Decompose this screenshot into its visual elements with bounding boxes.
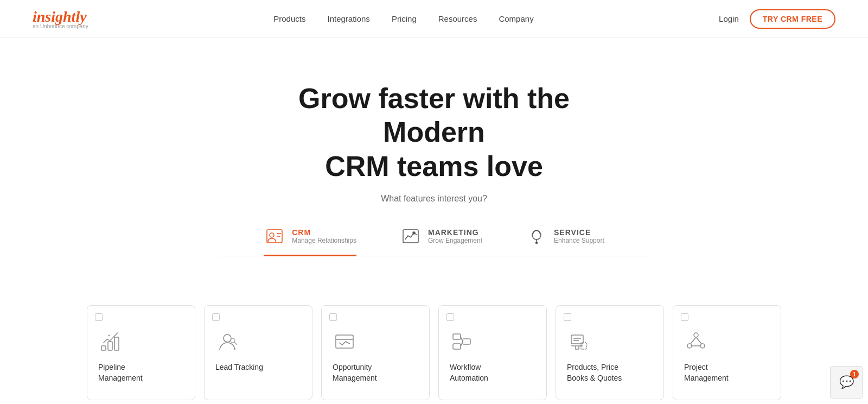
crm-icon xyxy=(264,225,285,247)
nav-company[interactable]: Company xyxy=(499,14,533,23)
workflow-label: Workflow Automation xyxy=(450,362,488,383)
nav-products[interactable]: Products xyxy=(273,14,305,23)
svg-point-11 xyxy=(224,334,231,342)
hero-section: Grow faster with the Modern CRM teams lo… xyxy=(0,38,868,300)
marketing-tab-label: MARKETING Grow Engagement xyxy=(428,228,482,244)
pipeline-checkbox[interactable] xyxy=(95,313,103,321)
svg-point-28 xyxy=(700,344,705,348)
hero-subtext: What features interest you? xyxy=(11,194,857,204)
workflow-icon xyxy=(450,330,474,354)
navbar: insightly an Unbounce company Products I… xyxy=(0,0,868,38)
crm-tab-label: CRM Manage Relationships xyxy=(292,228,356,244)
feature-products[interactable]: Products, Price Books & Quotes xyxy=(556,305,664,400)
project-label: Project Management xyxy=(684,362,729,383)
opportunity-checkbox[interactable] xyxy=(329,313,337,321)
lead-icon xyxy=(215,330,239,354)
logo[interactable]: insightly xyxy=(33,8,87,25)
feature-pipeline[interactable]: Pipeline Management xyxy=(87,305,195,400)
pipeline-label: Pipeline Management xyxy=(98,362,143,383)
logo-area: insightly an Unbounce company xyxy=(33,8,88,29)
workflow-checkbox[interactable] xyxy=(446,313,454,321)
products-label: Products, Price Books & Quotes xyxy=(567,362,622,383)
nav-links: Products Integrations Pricing Resources … xyxy=(273,14,533,23)
feature-cards: Pipeline Management Lead Tracking xyxy=(0,300,868,404)
logo-subtitle: an Unbounce company xyxy=(33,23,88,29)
svg-line-29 xyxy=(691,337,696,344)
svg-rect-9 xyxy=(108,342,112,350)
svg-rect-10 xyxy=(114,337,119,350)
service-icon xyxy=(526,225,547,247)
feature-lead[interactable]: Lead Tracking xyxy=(204,305,312,400)
service-tab-label: SERVICE Enhance Support xyxy=(554,228,604,244)
hero-heading: Grow faster with the Modern CRM teams lo… xyxy=(244,81,624,183)
opportunity-label: Opportunity Management xyxy=(333,362,377,383)
svg-rect-18 xyxy=(463,339,470,344)
login-link[interactable]: Login xyxy=(719,14,739,23)
nav-resources[interactable]: Resources xyxy=(438,14,477,23)
tab-crm[interactable]: CRM Manage Relationships xyxy=(264,225,356,256)
products-checkbox[interactable] xyxy=(564,313,571,321)
svg-point-12 xyxy=(231,338,235,343)
svg-rect-21 xyxy=(571,335,583,344)
project-icon xyxy=(684,330,708,354)
tab-service[interactable]: SERVICE Enhance Support xyxy=(526,225,604,256)
category-tabs: CRM Manage Relationships MARKETING Grow … xyxy=(217,225,651,256)
svg-rect-17 xyxy=(453,344,461,349)
svg-line-30 xyxy=(696,337,701,344)
nav-pricing[interactable]: Pricing xyxy=(392,14,417,23)
opportunity-icon xyxy=(333,330,356,354)
nav-integrations[interactable]: Integrations xyxy=(327,14,369,23)
feature-workflow[interactable]: Workflow Automation xyxy=(438,305,547,400)
svg-point-26 xyxy=(694,333,698,337)
svg-line-19 xyxy=(461,337,463,342)
marketing-icon xyxy=(400,225,422,247)
navbar-actions: Login TRY CRM FREE xyxy=(719,9,835,29)
svg-point-5 xyxy=(413,232,415,234)
notification-corner: 💬 1 xyxy=(825,361,868,404)
svg-rect-8 xyxy=(101,346,106,350)
project-checkbox[interactable] xyxy=(681,313,688,321)
tab-marketing[interactable]: MARKETING Grow Engagement xyxy=(400,225,482,256)
notif-box[interactable]: 💬 1 xyxy=(830,366,863,399)
svg-line-13 xyxy=(234,342,237,345)
svg-rect-16 xyxy=(453,334,461,339)
svg-point-7 xyxy=(536,242,538,244)
try-crm-button[interactable]: TRY CRM FREE xyxy=(750,9,835,29)
svg-point-1 xyxy=(270,233,274,237)
feature-opportunity[interactable]: Opportunity Management xyxy=(321,305,430,400)
products-icon xyxy=(567,330,591,354)
lead-checkbox[interactable] xyxy=(212,313,220,321)
svg-rect-14 xyxy=(336,335,353,348)
pipeline-icon xyxy=(98,330,122,354)
svg-line-20 xyxy=(461,342,463,346)
lead-label: Lead Tracking xyxy=(215,362,263,373)
svg-rect-4 xyxy=(403,230,418,243)
feature-project[interactable]: Project Management xyxy=(673,305,781,400)
notif-badge: 1 xyxy=(850,370,859,378)
svg-point-27 xyxy=(687,344,692,348)
